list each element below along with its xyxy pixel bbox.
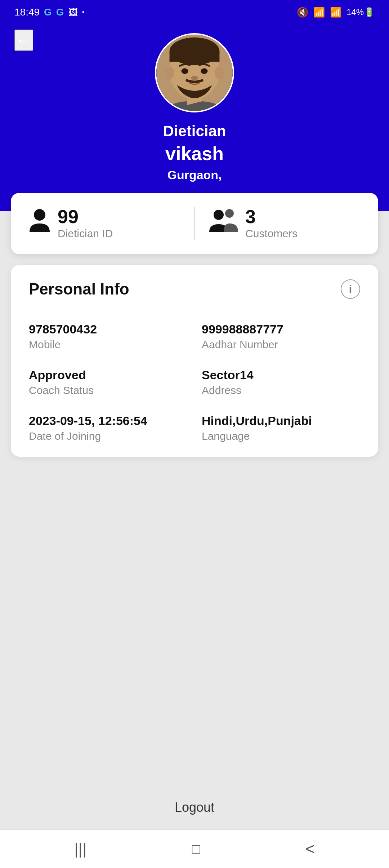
status-dot: •	[82, 9, 84, 16]
field-language: Hindi,Urdu,Punjabi Language	[202, 414, 360, 442]
status-left: 18:49 G G 🖼 •	[14, 6, 84, 18]
logout-button[interactable]: Logout	[0, 785, 389, 829]
svg-point-10	[34, 209, 45, 221]
coach-status-label: Coach Status	[29, 384, 187, 397]
info-divider	[29, 309, 360, 309]
aadhar-value: 999988887777	[202, 322, 360, 336]
hero-name: vikash	[165, 143, 224, 164]
doj-value: 2023-09-15, 12:56:54	[29, 414, 187, 428]
customers-label: Customers	[245, 227, 298, 240]
status-time: 18:49	[14, 6, 40, 18]
battery-icon: 14%🔋	[346, 7, 375, 17]
svg-rect-3	[170, 51, 220, 62]
mute-icon: 🔇	[297, 7, 308, 18]
stat-divider	[194, 207, 195, 240]
stats-card: 99 Dietician ID 3 Customers	[11, 193, 378, 254]
address-label: Address	[202, 384, 360, 397]
language-value: Hindi,Urdu,Punjabi	[202, 414, 360, 428]
status-bar: 18:49 G G 🖼 • 🔇 📶 📶 14%🔋	[0, 0, 389, 22]
back-button[interactable]: ←	[14, 30, 33, 51]
customers-icon	[209, 208, 238, 239]
svg-point-7	[201, 68, 207, 74]
info-icon[interactable]: i	[341, 279, 360, 299]
status-g2: G	[56, 6, 64, 18]
status-photo-icon: 🖼	[68, 7, 78, 18]
field-coach-status: Approved Coach Status	[29, 368, 187, 397]
aadhar-label: Aadhar Number	[202, 338, 360, 351]
doj-label: Date of Joining	[29, 430, 187, 442]
nav-back-icon[interactable]: <	[305, 840, 315, 858]
coach-status-value: Approved	[29, 368, 187, 382]
mobile-value: 9785700432	[29, 322, 187, 336]
svg-point-11	[214, 210, 224, 220]
signal-icon: 📶	[330, 7, 341, 18]
address-value: Sector14	[202, 368, 360, 382]
nav-recents-icon[interactable]: |||	[74, 840, 86, 858]
field-mobile: 9785700432 Mobile	[29, 322, 187, 351]
stat-dietician-id: 99 Dietician ID	[29, 207, 180, 240]
info-card-header: Personal Info i	[29, 279, 360, 299]
language-label: Language	[202, 430, 360, 442]
navigation-bar: ||| □ <	[0, 829, 389, 868]
hero-role: Dietician	[163, 123, 226, 140]
customers-value: 3	[245, 207, 298, 226]
status-g1: G	[44, 6, 52, 18]
avatar	[155, 33, 234, 112]
personal-info-card: Personal Info i 9785700432 Mobile 999988…	[11, 265, 378, 457]
wifi-icon: 📶	[313, 7, 325, 18]
field-date-of-joining: 2023-09-15, 12:56:54 Date of Joining	[29, 414, 187, 442]
field-address: Sector14 Address	[202, 368, 360, 397]
status-right: 🔇 📶 📶 14%🔋	[297, 7, 375, 18]
svg-point-8	[191, 76, 198, 80]
hero-location: Gurgaon,	[167, 168, 222, 182]
bottom-area: Logout ||| □ <	[0, 468, 389, 868]
stat-customers: 3 Customers	[209, 207, 360, 240]
svg-point-4	[165, 67, 174, 79]
dietician-id-value: 99	[58, 207, 113, 226]
hero-section: ←	[0, 22, 389, 211]
svg-point-5	[215, 67, 224, 79]
svg-point-12	[225, 209, 234, 218]
person-icon	[29, 208, 50, 239]
mobile-label: Mobile	[29, 338, 187, 351]
svg-point-6	[181, 68, 188, 74]
avatar-image	[156, 35, 233, 111]
personal-info-title: Personal Info	[29, 280, 129, 298]
info-grid: 9785700432 Mobile 999988887777 Aadhar Nu…	[29, 322, 360, 442]
field-aadhar: 999988887777 Aadhar Number	[202, 322, 360, 351]
nav-home-icon[interactable]: □	[192, 841, 200, 857]
dietician-id-label: Dietician ID	[58, 227, 113, 240]
